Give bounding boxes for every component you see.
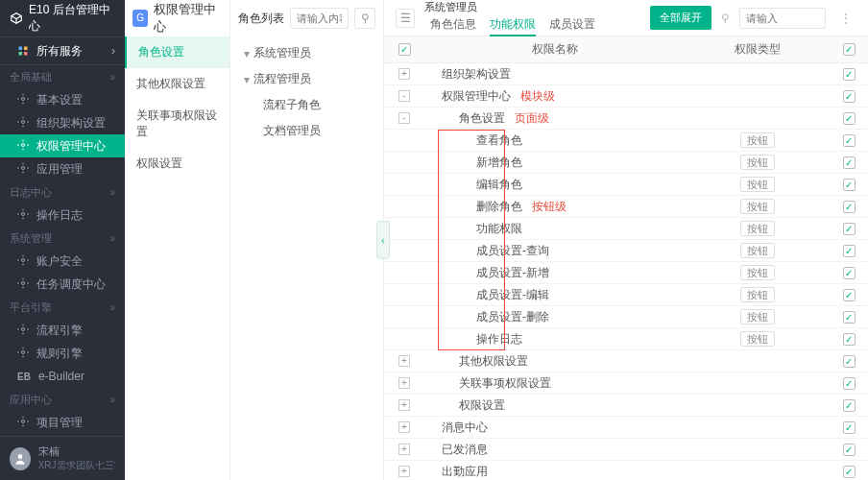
type-badge: 按钮 [740,243,775,258]
sidebar-all-services[interactable]: 所有服务 › [0,36,125,65]
checkbox[interactable]: ✓ [843,156,856,169]
checkbox[interactable]: ✓ [843,355,856,368]
expand-icon[interactable]: + [398,377,410,389]
svg-point-12 [22,350,25,353]
breadcrumb-icon: ☰ [396,9,415,28]
expand-icon[interactable]: + [398,68,410,80]
tab[interactable]: 功能权限 [490,13,536,36]
checkbox-all-right[interactable]: ✓ [843,43,856,56]
module-menu-item[interactable]: 角色设置 [125,36,229,68]
module-menu-header: G 权限管理中心 [125,0,229,36]
checkbox[interactable]: ✓ [843,223,856,235]
checkbox-all[interactable]: ✓ [398,43,411,56]
expand-icon[interactable]: + [398,444,410,455]
table-row: 功能权限 按钮 ✓ [384,218,868,240]
perm-label: 新增角色 [476,156,522,169]
checkbox[interactable]: ✓ [843,245,856,257]
annotation-module: 模块级 [511,89,555,103]
perm-label: 删除角色 [476,200,522,213]
sidebar-item[interactable]: 账户安全 [0,250,125,273]
type-badge: 按钮 [740,331,775,347]
sidebar-item[interactable]: 权限管理中心 [0,134,125,157]
th-name: 权限名称 [424,41,686,58]
perm-label: 权限管理中心 [442,89,511,103]
checkbox[interactable]: ✓ [843,90,856,103]
expand-all-button[interactable]: 全部展开 [650,6,711,30]
sidebar-item[interactable]: 流程引擎 [0,319,125,342]
sidebar-item[interactable]: EBe-Builder [0,365,125,388]
checkbox[interactable]: ✓ [843,289,856,301]
table-row: + 其他权限设置 ✓ [384,350,868,372]
menu-icon [17,324,29,338]
checkbox[interactable]: ✓ [843,444,856,456]
table-header: ✓ 权限名称 权限类型 ✓ [384,36,868,63]
type-badge: 按钮 [740,132,775,148]
svg-point-9 [22,258,25,261]
type-badge: 按钮 [740,155,775,170]
perm-label: 关联事项权限设置 [459,376,551,390]
module-menu-item[interactable]: 关联事项权限设置 [125,100,229,148]
module-menu-item[interactable]: 其他权限设置 [125,68,229,100]
module-menu: G 权限管理中心 角色设置其他权限设置关联事项权限设置权限设置 [125,0,230,480]
sidebar-item[interactable]: 应用管理 [0,157,125,180]
sidebar-user[interactable]: 宋楠 XRJ需求团队七三零 [0,436,125,480]
main-panel: ☰ 系统管理员 角色信息功能权限成员设置 全部展开 ⚲ ⋮ ✓ 权限名称 权限类… [384,0,868,480]
table-row: + 已发消息 ✓ [384,439,868,461]
checkbox[interactable]: ✓ [843,421,856,434]
checkbox[interactable]: ✓ [843,377,856,390]
permission-search-input[interactable] [739,8,826,29]
module-menu-item[interactable]: 权限设置 [125,148,229,180]
table-row: + 出勤应用 ✓ [384,461,868,480]
sidebar-item[interactable]: 项目管理 [0,411,125,434]
tree-node[interactable]: 文档管理员 [230,118,383,144]
table-row: + 权限设置 ✓ [384,395,868,417]
sidebar-item[interactable]: 操作日志 [0,204,125,227]
checkbox[interactable]: ✓ [843,201,856,213]
type-badge: 按钮 [740,287,775,302]
sidebar-item[interactable]: 基本设置 [0,88,125,111]
checkbox[interactable]: ✓ [843,68,856,81]
tree-node[interactable]: ▾系统管理员 [230,40,383,66]
expand-icon[interactable]: - [398,90,410,102]
checkbox[interactable]: ✓ [843,466,856,478]
sidebar-group: 日志中心» [0,180,125,204]
role-list-panel: 角色列表 ⚲ ▾系统管理员▾流程管理员流程子角色文档管理员 ‹ [230,0,384,480]
checkbox[interactable]: ✓ [843,399,856,412]
table-row: + 消息中心 ✓ [384,417,868,439]
tab[interactable]: 角色信息 [430,13,476,36]
menu-icon [17,347,29,361]
more-icon[interactable]: ⋮ [835,11,856,26]
expand-icon[interactable]: + [398,399,410,411]
table-row: - 权限管理中心模块级 ✓ [384,85,868,108]
tree-node[interactable]: 流程子角色 [230,92,383,118]
svg-point-13 [22,420,25,422]
sidebar-item[interactable]: 规则引擎 [0,342,125,365]
chevron-right-icon: › [111,44,115,58]
role-search-input[interactable] [290,8,349,29]
grid-icon [17,45,29,57]
search-icon[interactable]: ⚲ [354,8,375,29]
checkbox[interactable]: ✓ [843,333,856,346]
all-services-label: 所有服务 [36,43,83,60]
checkbox[interactable]: ✓ [843,311,856,324]
table-row: + 关联事项权限设置 ✓ [384,372,868,395]
table-row: 成员设置-删除 按钮 ✓ [384,306,868,328]
module-menu-title: 权限管理中心 [154,1,222,36]
expand-icon[interactable]: + [398,421,410,433]
main-header: ☰ 系统管理员 角色信息功能权限成员设置 全部展开 ⚲ ⋮ [384,0,868,36]
sidebar-item[interactable]: 组织架构设置 [0,111,125,134]
checkbox[interactable]: ✓ [843,179,856,191]
perm-label: 出勤应用 [442,465,488,478]
tree-node[interactable]: ▾流程管理员 [230,66,383,92]
checkbox[interactable]: ✓ [843,112,856,125]
expand-icon[interactable]: - [398,112,410,124]
sidebar-item[interactable]: 任务调度中心 [0,273,125,296]
brand-title: E10 后台管理中心 [29,2,115,35]
permission-table: ✓ 权限名称 权限类型 ✓ + 组织架构设置 ✓ - 权限管理中心模块级 ✓ -… [384,36,868,480]
checkbox[interactable]: ✓ [843,267,856,279]
checkbox[interactable]: ✓ [843,134,856,147]
expand-icon[interactable]: + [398,466,410,477]
tab[interactable]: 成员设置 [549,13,595,36]
expand-icon[interactable]: + [398,355,410,367]
svg-rect-3 [24,52,28,56]
